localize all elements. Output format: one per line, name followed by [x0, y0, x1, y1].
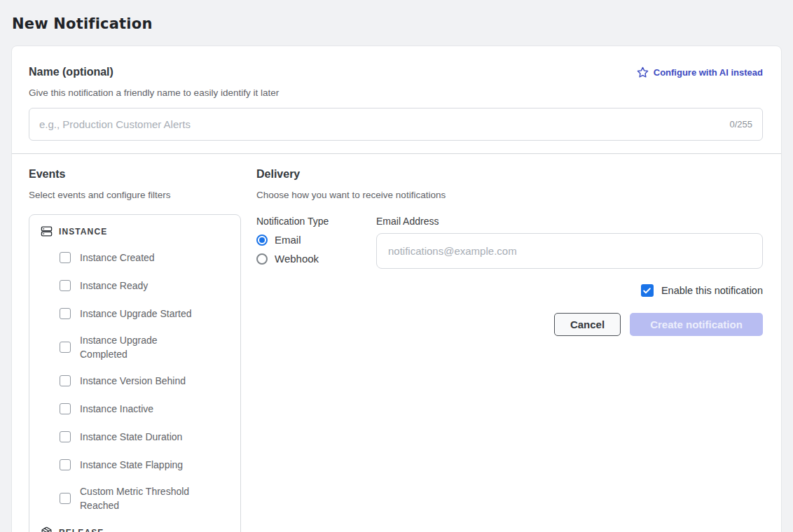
email-address-label: Email Address	[376, 216, 763, 227]
event-checkbox-row[interactable]: Instance Ready	[60, 277, 229, 294]
event-checkbox-row[interactable]: Instance Inactive	[60, 400, 229, 417]
event-checkbox[interactable]	[60, 308, 71, 319]
event-checkbox-row[interactable]: Custom Metric Threshold Reached	[60, 484, 229, 512]
delivery-subtitle: Choose how you want to receive notificat…	[256, 190, 763, 200]
radio-webhook-label: Webhook	[275, 253, 319, 265]
event-checkbox[interactable]	[60, 280, 71, 291]
notification-type-group: Notification Type Email Webhook	[256, 216, 376, 269]
enable-notification-checkbox[interactable]	[641, 284, 654, 297]
configure-with-ai-button[interactable]: Configure with AI instead	[637, 66, 763, 78]
email-field-group: Email Address	[376, 216, 763, 269]
event-item-label: Custom Metric Threshold Reached	[80, 484, 200, 512]
event-item-label: Instance Version Behind	[80, 374, 186, 388]
event-checkbox-row[interactable]: Instance State Flapping	[60, 456, 229, 473]
new-notification-card: Name (optional) Configure with AI instea…	[11, 46, 782, 532]
event-item-label: Instance Upgrade Started	[80, 307, 192, 321]
events-list[interactable]: INSTANCE Instance Created Instance Ready	[29, 214, 241, 532]
create-notification-button[interactable]: Create notification	[630, 313, 763, 336]
event-item-label: Instance State Duration	[80, 430, 182, 444]
radio-option-email[interactable]: Email	[256, 234, 376, 246]
name-input[interactable]	[39, 118, 722, 130]
event-checkbox-row[interactable]: Instance Upgrade Completed	[60, 333, 229, 361]
event-item-label: Instance Created	[80, 251, 155, 265]
notification-type-label: Notification Type	[256, 216, 376, 227]
event-group-instance: INSTANCE	[41, 225, 229, 237]
event-checkbox[interactable]	[60, 403, 71, 414]
char-counter: 0/255	[729, 119, 752, 130]
instance-event-list: Instance Created Instance Ready Instance…	[41, 249, 229, 512]
event-item-label: Instance Upgrade Completed	[80, 333, 200, 361]
cancel-button[interactable]: Cancel	[554, 313, 621, 336]
event-checkbox-row[interactable]: Instance State Duration	[60, 428, 229, 445]
event-item-label: Instance Inactive	[80, 402, 153, 416]
delivery-heading: Delivery	[256, 168, 763, 181]
events-heading: Events	[29, 168, 241, 181]
radio-webhook[interactable]	[256, 253, 268, 265]
name-section: Name (optional) Configure with AI instea…	[12, 46, 781, 153]
name-input-container: 0/255	[29, 108, 763, 141]
page-title: New Notification	[0, 0, 793, 32]
name-subtitle: Give this notification a friendly name t…	[29, 88, 763, 98]
event-checkbox-row[interactable]: Instance Version Behind	[60, 372, 229, 389]
event-checkbox[interactable]	[60, 342, 71, 353]
events-column: Events Select events and configure filte…	[29, 168, 241, 532]
package-icon	[41, 526, 53, 532]
event-checkbox[interactable]	[60, 459, 71, 470]
email-address-input[interactable]	[376, 233, 763, 269]
event-checkbox-row[interactable]: Instance Created	[60, 249, 229, 266]
event-checkbox[interactable]	[60, 493, 71, 504]
event-checkbox[interactable]	[60, 252, 71, 263]
radio-option-webhook[interactable]: Webhook	[256, 253, 376, 265]
delivery-column: Delivery Choose how you want to receive …	[256, 168, 763, 532]
events-subtitle: Select events and configure filters	[29, 190, 241, 200]
event-checkbox-row[interactable]: Instance Upgrade Started	[60, 305, 229, 322]
enable-notification-label: Enable this notification	[661, 285, 763, 296]
event-checkbox[interactable]	[60, 375, 71, 386]
star-icon	[637, 66, 649, 78]
server-icon	[41, 225, 53, 237]
radio-email-label: Email	[275, 234, 301, 246]
event-item-label: Instance Ready	[80, 279, 148, 293]
event-group-release: RELEASE	[41, 526, 229, 532]
configure-with-ai-label: Configure with AI instead	[654, 67, 763, 78]
event-group-label: INSTANCE	[59, 227, 107, 237]
enable-notification-row[interactable]: Enable this notification	[256, 284, 763, 297]
event-group-label: RELEASE	[59, 528, 104, 532]
radio-email[interactable]	[256, 234, 268, 246]
name-heading: Name (optional)	[29, 66, 113, 78]
event-item-label: Instance State Flapping	[80, 458, 183, 472]
event-checkbox[interactable]	[60, 431, 71, 442]
